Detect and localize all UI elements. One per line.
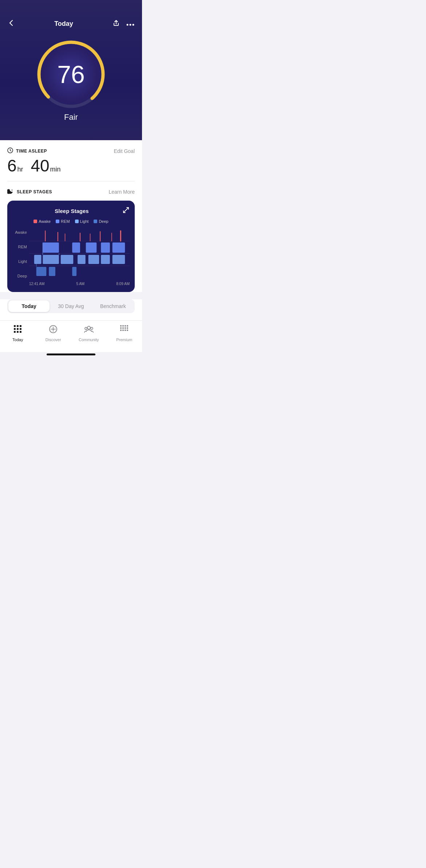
tab-30day[interactable]: 30 Day Avg [50,300,91,312]
score-container: 76 Fair [0,32,142,126]
y-label-deep: Deep [12,274,29,278]
hours-value: 6 [7,156,17,175]
svg-point-0 [126,24,128,26]
svg-rect-39 [14,328,16,330]
expand-chart-button[interactable] [122,206,130,216]
content-area: TIME ASLEEP Edit Goal 6hr 40min SLEEP ST… [0,140,142,292]
svg-rect-59 [122,330,124,331]
svg-point-6 [12,189,12,190]
light-dot [75,220,79,223]
x-label-start: 12:41 AM [29,282,44,286]
discover-icon [48,324,58,336]
metric-header: TIME ASLEEP Edit Goal [7,147,135,154]
legend-deep: Deep [94,219,108,224]
svg-rect-57 [127,327,128,329]
svg-rect-44 [20,331,21,333]
light-label: Light [80,219,89,224]
awake-dot [33,220,37,223]
y-label-awake: Awake [12,230,29,234]
legend-rem: REM [56,219,70,224]
svg-rect-60 [125,330,126,331]
legend-awake: Awake [33,219,51,224]
deep-dot [94,220,97,223]
svg-rect-50 [120,325,122,327]
svg-rect-15 [61,255,74,264]
clock-icon [7,147,13,154]
hero-section: Today [0,0,142,140]
chart-title: Sleep Stages [21,208,122,214]
nav-premium[interactable]: Premium [107,324,142,342]
svg-rect-17 [88,255,99,264]
x-label-mid: 5 AM [76,282,84,286]
nav-actions [112,19,135,29]
moon-icon [7,189,14,196]
svg-rect-42 [14,331,16,333]
svg-rect-18 [101,255,110,264]
more-button[interactable] [126,20,135,28]
score-value: 76 [57,62,85,87]
svg-point-48 [85,327,87,330]
hours-unit: hr [17,166,23,173]
svg-rect-23 [101,242,110,253]
chart-title-row: Sleep Stages [12,206,130,216]
page-title: Today [54,20,73,28]
score-label: Fair [64,113,78,122]
svg-rect-36 [14,325,16,327]
svg-point-2 [132,24,134,26]
nav-community-label: Community [79,338,99,342]
svg-point-1 [129,24,131,26]
svg-rect-20 [43,242,59,253]
svg-rect-14 [43,255,59,264]
legend-light: Light [75,219,89,224]
chart-svg [29,229,130,278]
share-button[interactable] [112,19,120,29]
x-label-end: 8:09 AM [116,282,130,286]
nav-discover[interactable]: Discover [36,324,71,342]
svg-rect-11 [49,267,55,276]
svg-rect-61 [127,330,128,331]
svg-point-49 [91,327,93,330]
svg-rect-22 [86,242,97,253]
minutes-unit: min [50,166,61,173]
time-asleep-value: 6hr 40min [7,157,135,175]
svg-rect-56 [125,327,126,329]
chart-plot: 12:41 AM 5 AM 8:09 AM [29,229,130,287]
time-asleep-section: TIME ASLEEP Edit Goal 6hr 40min [7,140,135,181]
svg-rect-19 [113,255,125,264]
rem-label: REM [61,219,70,224]
minutes-value: 40 [31,156,49,175]
learn-more-button[interactable]: Learn More [109,189,135,195]
today-icon [13,324,23,336]
sleep-stages-section: SLEEP STAGES Learn More Sleep Stages Awa… [7,181,135,292]
home-indicator [47,354,95,355]
chart-legend: Awake REM Light Deep [12,219,130,224]
svg-rect-43 [17,331,19,333]
sleep-stages-header: SLEEP STAGES Learn More [7,189,135,196]
sleep-stages-title: SLEEP STAGES [7,189,52,196]
nav-today[interactable]: Today [0,324,36,342]
back-button[interactable] [7,19,15,29]
ring-inner: 76 [41,44,101,104]
community-icon [84,324,94,336]
svg-rect-21 [72,242,80,253]
svg-rect-41 [20,328,21,330]
nav-discover-label: Discover [46,338,61,342]
nav-bar: Today [0,0,142,32]
y-label-rem: REM [12,245,29,249]
tabs-section: Today 30 Day Avg Benchmark [0,299,142,320]
svg-rect-38 [20,325,21,327]
y-axis: Awake REM Light Deep [12,229,29,287]
edit-goal-button[interactable]: Edit Goal [114,148,135,154]
rem-dot [56,220,59,223]
svg-point-46 [52,328,54,330]
sleep-stages-chart-card: Sleep Stages Awake REM [7,201,135,292]
svg-rect-53 [127,325,128,327]
y-label-light: Light [12,259,29,264]
svg-rect-37 [17,325,19,327]
tab-today[interactable]: Today [8,300,50,312]
tab-benchmark[interactable]: Benchmark [92,300,134,312]
nav-community[interactable]: Community [71,324,107,342]
svg-point-47 [87,326,90,329]
metric-title: TIME ASLEEP [7,147,47,154]
svg-rect-24 [113,242,125,253]
